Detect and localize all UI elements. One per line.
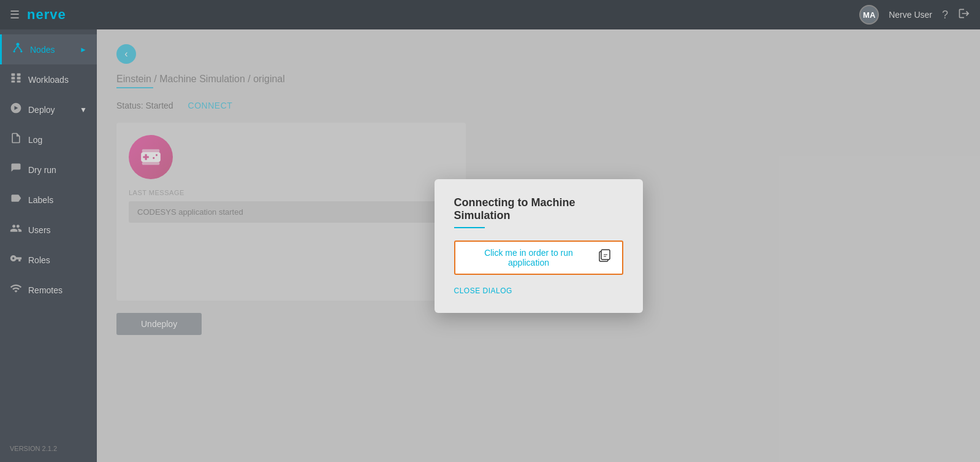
logo: nerve xyxy=(27,7,66,23)
sidebar-item-workloads-label: Workloads xyxy=(28,75,69,85)
run-application-button[interactable]: Click me in order to run application xyxy=(454,241,623,275)
svg-point-0 xyxy=(17,43,20,46)
svg-line-4 xyxy=(18,46,21,51)
sidebar-item-remotes-label: Remotes xyxy=(28,285,63,295)
svg-rect-7 xyxy=(12,77,15,79)
dialog-title: Connecting to Machine Simulation xyxy=(454,196,623,222)
dialog-title-underline xyxy=(454,227,485,228)
sidebar-item-labels[interactable]: Labels xyxy=(0,185,97,215)
sidebar-item-labels-label: Labels xyxy=(28,195,53,205)
sidebar-item-dryrun-label: Dry run xyxy=(28,165,56,175)
topbar-left: ☰ nerve xyxy=(10,7,66,23)
dryrun-icon xyxy=(10,162,22,177)
deploy-arrow: ▼ xyxy=(80,106,87,114)
main-layout: Nodes ► Workloads Deploy ▼ Log xyxy=(0,29,980,462)
remotes-icon xyxy=(10,282,22,298)
svg-point-2 xyxy=(20,50,22,52)
close-dialog-link[interactable]: CLOSE DIALOG xyxy=(454,287,512,295)
sidebar: Nodes ► Workloads Deploy ▼ Log xyxy=(0,29,97,462)
nodes-icon xyxy=(12,42,24,57)
sidebar-item-remotes[interactable]: Remotes xyxy=(0,275,97,305)
nodes-arrow: ► xyxy=(80,45,87,54)
run-app-label: Click me in order to run application xyxy=(465,248,593,268)
roles-icon xyxy=(10,252,22,268)
sidebar-item-workloads[interactable]: Workloads xyxy=(0,64,97,94)
svg-rect-5 xyxy=(12,74,15,76)
sidebar-item-deploy-label: Deploy xyxy=(28,105,55,115)
logout-icon[interactable] xyxy=(958,7,970,23)
svg-rect-10 xyxy=(17,80,21,82)
dialog-overlay: Connecting to Machine Simulation Click m… xyxy=(97,29,980,462)
svg-rect-8 xyxy=(17,77,21,79)
workloads-icon xyxy=(10,72,22,87)
open-app-icon xyxy=(598,248,612,266)
help-icon[interactable]: ? xyxy=(942,9,948,21)
topbar: ☰ nerve MA Nerve User ? xyxy=(0,0,980,29)
svg-rect-9 xyxy=(12,80,15,82)
sidebar-item-log[interactable]: Log xyxy=(0,125,97,155)
labels-icon xyxy=(10,192,22,207)
sidebar-item-deploy[interactable]: Deploy ▼ xyxy=(0,94,97,125)
avatar: MA xyxy=(859,5,879,25)
topbar-right: MA Nerve User ? xyxy=(859,5,970,25)
sidebar-item-nodes-label: Nodes xyxy=(30,45,55,55)
user-name: Nerve User xyxy=(889,10,932,20)
log-icon xyxy=(10,132,22,147)
menu-icon[interactable]: ☰ xyxy=(10,8,20,21)
sidebar-item-roles-label: Roles xyxy=(28,255,50,265)
version-label: VERSION 2.1.2 xyxy=(0,435,97,462)
svg-line-3 xyxy=(14,46,18,51)
content-area: ‹ Einstein / Machine Simulation / origin… xyxy=(97,29,980,462)
svg-rect-6 xyxy=(17,74,21,76)
sidebar-item-users[interactable]: Users xyxy=(0,215,97,245)
svg-point-1 xyxy=(13,50,15,52)
dialog: Connecting to Machine Simulation Click m… xyxy=(435,179,643,313)
sidebar-item-nodes[interactable]: Nodes ► xyxy=(0,34,97,64)
sidebar-item-roles[interactable]: Roles xyxy=(0,245,97,275)
deploy-icon xyxy=(10,102,22,117)
users-icon xyxy=(10,222,22,237)
sidebar-item-log-label: Log xyxy=(28,135,42,145)
sidebar-item-users-label: Users xyxy=(28,225,51,235)
sidebar-item-dryrun[interactable]: Dry run xyxy=(0,155,97,185)
